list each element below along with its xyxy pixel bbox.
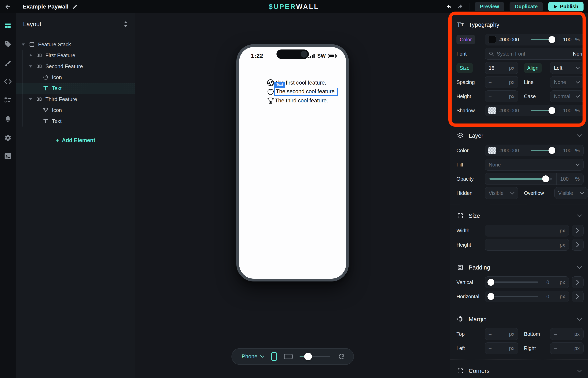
- tree-item-third-feature[interactable]: Third Feature: [16, 94, 135, 105]
- tree-item-feature-stack[interactable]: Feature Stack: [16, 39, 135, 50]
- slider-thumb[interactable]: [549, 107, 555, 114]
- line-select[interactable]: None: [550, 76, 584, 88]
- tree-item-first-feature[interactable]: First Feature: [16, 50, 135, 61]
- feature-text[interactable]: The third cool feature.: [275, 97, 328, 104]
- tree-item-icon-trophy[interactable]: Icon: [16, 105, 135, 116]
- chevron-down-icon[interactable]: [577, 369, 582, 373]
- fill-select[interactable]: None: [485, 159, 584, 171]
- feature-row-selected[interactable]: Text The second cool feature.: [266, 87, 338, 96]
- preview-button[interactable]: Preview: [475, 2, 505, 11]
- redo-icon[interactable]: [457, 3, 464, 10]
- vertical-expand-button[interactable]: [572, 276, 584, 288]
- portrait-orientation-button[interactable]: [271, 352, 277, 361]
- shadow-swatch[interactable]: [488, 107, 496, 114]
- slider-thumb[interactable]: [487, 293, 494, 300]
- caret-right-icon[interactable]: [29, 54, 32, 57]
- margin-bottom-input[interactable]: – px: [550, 328, 584, 340]
- horizontal-expand-button[interactable]: [572, 291, 584, 302]
- canvas[interactable]: 1:22 SW The first co: [136, 14, 450, 378]
- align-label-pill[interactable]: Align: [524, 63, 549, 73]
- zoom-slider-thumb[interactable]: [304, 353, 312, 360]
- width-input[interactable]: – px: [485, 225, 569, 236]
- device-selector[interactable]: iPhone: [240, 353, 264, 360]
- caret-down-icon[interactable]: [29, 65, 32, 68]
- chevron-down-icon[interactable]: [577, 266, 582, 269]
- publish-button[interactable]: Publish: [548, 2, 584, 11]
- height-input[interactable]: – px: [485, 239, 569, 251]
- undo-icon[interactable]: [445, 3, 452, 10]
- height-expand-button[interactable]: [572, 239, 584, 251]
- code-icon[interactable]: [0, 77, 16, 86]
- layer-color-swatch[interactable]: [488, 147, 496, 154]
- settings-icon[interactable]: [0, 133, 16, 143]
- shadow-opacity-value[interactable]: 100 %: [559, 105, 583, 116]
- margin-left-input[interactable]: – px: [485, 342, 518, 354]
- checklist-icon[interactable]: [0, 95, 16, 105]
- zoom-slider[interactable]: [300, 356, 330, 357]
- vertical-padding-value[interactable]: 0 px: [543, 277, 569, 288]
- color-label-pill[interactable]: Color: [457, 35, 485, 44]
- vertical-padding-slider[interactable]: [485, 277, 543, 288]
- chevron-down-icon[interactable]: [577, 134, 582, 137]
- color-swatch[interactable]: [488, 36, 496, 43]
- align-select[interactable]: Left: [550, 62, 584, 74]
- corners-header[interactable]: Corners: [457, 364, 584, 378]
- feature-row[interactable]: The third cool feature.: [266, 96, 338, 105]
- layer-opacity-slider[interactable]: [526, 145, 559, 156]
- edit-title-icon[interactable]: [73, 4, 78, 9]
- margin-top-input[interactable]: – px: [485, 328, 518, 340]
- font-search-input[interactable]: [497, 51, 562, 57]
- hidden-select[interactable]: Visible: [485, 187, 518, 199]
- landscape-orientation-button[interactable]: [284, 354, 293, 359]
- slider-thumb[interactable]: [549, 36, 555, 43]
- tags-icon[interactable]: [0, 39, 16, 49]
- design-icon[interactable]: [0, 59, 16, 68]
- font-search[interactable]: [485, 48, 566, 59]
- font-weight-select[interactable]: Normal: [566, 48, 584, 59]
- font-size-input[interactable]: 16 px: [485, 62, 518, 74]
- typography-header[interactable]: TT Typography: [457, 18, 584, 31]
- width-expand-button[interactable]: [572, 225, 584, 236]
- sort-icon[interactable]: [123, 21, 128, 27]
- caret-down-icon[interactable]: [22, 42, 25, 46]
- size-header[interactable]: Size: [457, 209, 584, 222]
- opacity-value[interactable]: 100 %: [557, 173, 583, 185]
- tree-item-text-selected[interactable]: Text: [16, 83, 135, 94]
- tree-item-second-feature[interactable]: Second Feature: [16, 61, 135, 72]
- case-select[interactable]: Normal: [550, 90, 584, 102]
- tree-item-text[interactable]: Text: [16, 116, 135, 127]
- duplicate-button[interactable]: Duplicate: [510, 2, 543, 11]
- slider-thumb[interactable]: [487, 279, 494, 286]
- margin-header[interactable]: Margin: [457, 313, 584, 326]
- paywall-screen[interactable]: 1:22 SW The first co: [239, 47, 346, 279]
- layer-hex-field[interactable]: #000000: [485, 145, 526, 156]
- slider-thumb[interactable]: [549, 147, 555, 154]
- back-button[interactable]: [0, 0, 16, 13]
- margin-right-input[interactable]: – px: [550, 342, 584, 354]
- color-opacity-slider[interactable]: [526, 34, 559, 45]
- overflow-select[interactable]: Visible: [554, 187, 588, 199]
- layer-opacity-value[interactable]: 100 %: [559, 145, 583, 156]
- shadow-opacity-slider[interactable]: [526, 105, 559, 116]
- letter-spacing-input[interactable]: – px: [485, 76, 518, 88]
- line-height-input[interactable]: – px: [485, 90, 518, 102]
- opacity-slider[interactable]: [485, 173, 557, 185]
- chevron-down-icon[interactable]: [577, 214, 582, 217]
- tree-item-icon-apple[interactable]: Icon: [16, 72, 135, 83]
- horizontal-padding-value[interactable]: 0 px: [543, 291, 569, 302]
- color-hex-field[interactable]: #000000: [485, 34, 526, 45]
- size-label-pill[interactable]: Size: [457, 63, 485, 73]
- layer-header[interactable]: Layer: [457, 129, 584, 142]
- add-element-button[interactable]: + Add Element: [16, 131, 135, 150]
- color-opacity-value[interactable]: 100 %: [559, 34, 583, 45]
- layout-icon[interactable]: [0, 21, 16, 31]
- shadow-hex-field[interactable]: #000000: [485, 105, 526, 116]
- horizontal-padding-slider[interactable]: [485, 291, 543, 302]
- chevron-down-icon[interactable]: [577, 318, 582, 321]
- selected-text-element[interactable]: Text The second cool feature.: [274, 88, 338, 96]
- terminal-icon[interactable]: [0, 151, 16, 161]
- padding-header[interactable]: Padding: [457, 261, 584, 274]
- caret-down-icon[interactable]: [29, 97, 32, 101]
- refresh-icon[interactable]: [338, 353, 345, 360]
- slider-thumb[interactable]: [542, 176, 549, 182]
